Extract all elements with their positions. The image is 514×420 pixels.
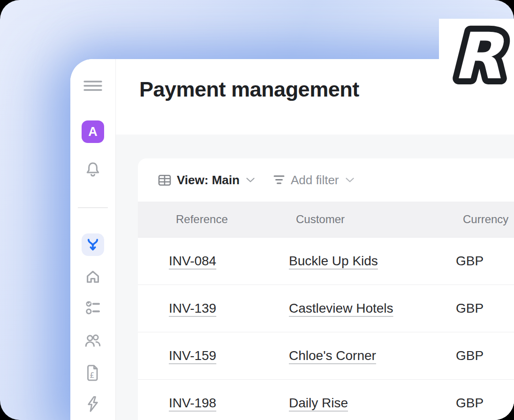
main-panel: Payment management bbox=[116, 59, 514, 420]
chevron-down-icon bbox=[246, 177, 255, 183]
app-window: A bbox=[70, 59, 514, 420]
reference-link[interactable]: INV-084 bbox=[169, 254, 216, 268]
svg-text:R: R bbox=[453, 19, 505, 93]
sidebar-item-team[interactable] bbox=[82, 330, 104, 352]
currency-value: GBP bbox=[456, 348, 484, 363]
column-header-currency: Currency bbox=[463, 213, 514, 226]
brand-logo-badge: R bbox=[439, 19, 514, 94]
lightning-icon bbox=[84, 395, 101, 413]
add-filter-label: Add filter bbox=[291, 173, 339, 188]
notifications-button[interactable] bbox=[82, 158, 104, 181]
currency-value: GBP bbox=[456, 254, 484, 268]
table-row: INV-084 Buckle Up Kids GBP bbox=[138, 237, 514, 285]
sidebar-divider bbox=[78, 207, 108, 208]
reference-link[interactable]: INV-198 bbox=[169, 396, 216, 410]
sidebar-item-actions[interactable] bbox=[82, 393, 104, 415]
table-header-row: Reference Customer Currency bbox=[138, 202, 514, 237]
svg-text:£: £ bbox=[90, 371, 95, 380]
table-toolbar: View: Main bbox=[138, 158, 514, 202]
sidebar-item-home[interactable] bbox=[82, 266, 104, 288]
customer-link[interactable]: Buckle Up Kids bbox=[289, 254, 378, 268]
invoice-icon: £ bbox=[84, 363, 101, 382]
merge-arrow-icon bbox=[85, 237, 101, 253]
hamburger-icon bbox=[83, 80, 102, 91]
sidebar: A bbox=[70, 59, 116, 420]
home-icon bbox=[84, 268, 102, 286]
bell-icon bbox=[84, 160, 102, 179]
sidebar-item-payments[interactable] bbox=[82, 233, 104, 256]
table-row: INV-139 Castleview Hotels GBP bbox=[138, 285, 514, 332]
avatar-letter: A bbox=[88, 125, 98, 139]
column-header-customer: Customer bbox=[296, 213, 463, 226]
reference-link[interactable]: INV-159 bbox=[169, 348, 216, 363]
chevron-down-icon bbox=[345, 177, 355, 183]
filter-icon bbox=[272, 174, 286, 186]
menu-button[interactable] bbox=[82, 75, 104, 97]
sidebar-item-tasks[interactable] bbox=[82, 296, 104, 319]
customer-link[interactable]: Daily Rise bbox=[289, 396, 348, 410]
customer-link[interactable]: Castleview Hotels bbox=[289, 301, 393, 315]
task-list-icon bbox=[84, 300, 102, 315]
view-selector[interactable]: View: Main bbox=[158, 173, 255, 188]
sidebar-item-invoices[interactable]: £ bbox=[82, 361, 104, 383]
currency-value: GBP bbox=[456, 396, 484, 410]
table-view-icon bbox=[158, 174, 172, 187]
reference-link[interactable]: INV-139 bbox=[169, 301, 216, 315]
add-filter-button[interactable]: Add filter bbox=[272, 173, 355, 188]
table-row: INV-198 Daily Rise GBP bbox=[138, 379, 514, 420]
content-panel: View: Main bbox=[116, 135, 514, 420]
customer-link[interactable]: Chloe's Corner bbox=[289, 348, 376, 363]
table-row: INV-159 Chloe's Corner GBP bbox=[138, 332, 514, 379]
view-selector-label: View: Main bbox=[177, 173, 240, 188]
revolut-r-logo-icon: R bbox=[439, 19, 514, 94]
payments-table-card: View: Main bbox=[138, 158, 514, 420]
avatar[interactable]: A bbox=[82, 120, 104, 143]
currency-value: GBP bbox=[456, 301, 484, 315]
app-screenshot: A bbox=[0, 0, 514, 420]
page-title: Payment management bbox=[139, 77, 359, 102]
column-header-reference: Reference bbox=[176, 213, 296, 226]
people-icon bbox=[83, 333, 102, 348]
